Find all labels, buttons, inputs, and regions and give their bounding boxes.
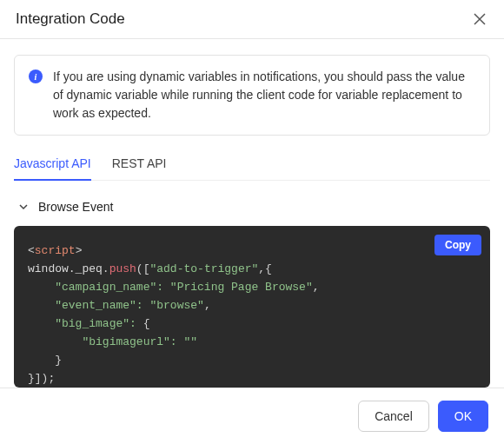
modal-body: i If you are using dynamic variables in …	[0, 39, 504, 388]
section-toggle[interactable]: Browse Event	[14, 200, 490, 214]
code-content: <script> window._peq.push(["add-to-trigg…	[14, 226, 490, 388]
copy-button[interactable]: Copy	[434, 235, 481, 255]
modal-footer: Cancel OK	[0, 388, 504, 444]
chevron-down-icon	[17, 201, 30, 213]
info-text: If you are using dynamic variables in no…	[53, 68, 475, 123]
close-icon	[474, 13, 486, 25]
modal-header: Integration Code	[0, 0, 504, 39]
info-banner: i If you are using dynamic variables in …	[14, 55, 490, 136]
cancel-button[interactable]: Cancel	[358, 401, 429, 432]
section-title: Browse Event	[38, 200, 113, 214]
ok-button[interactable]: OK	[438, 401, 488, 432]
code-block: Copy <script> window._peq.push(["add-to-…	[14, 226, 490, 388]
section-browse-event: Browse Event Copy <script> window._peq.p…	[14, 200, 490, 388]
tab-javascript-api[interactable]: Javascript API	[14, 149, 91, 181]
info-icon: i	[29, 70, 43, 83]
tab-rest-api[interactable]: REST API	[112, 149, 167, 181]
tabs: Javascript API REST API	[14, 149, 490, 181]
close-button[interactable]	[471, 10, 488, 28]
modal-title: Integration Code	[16, 10, 125, 28]
